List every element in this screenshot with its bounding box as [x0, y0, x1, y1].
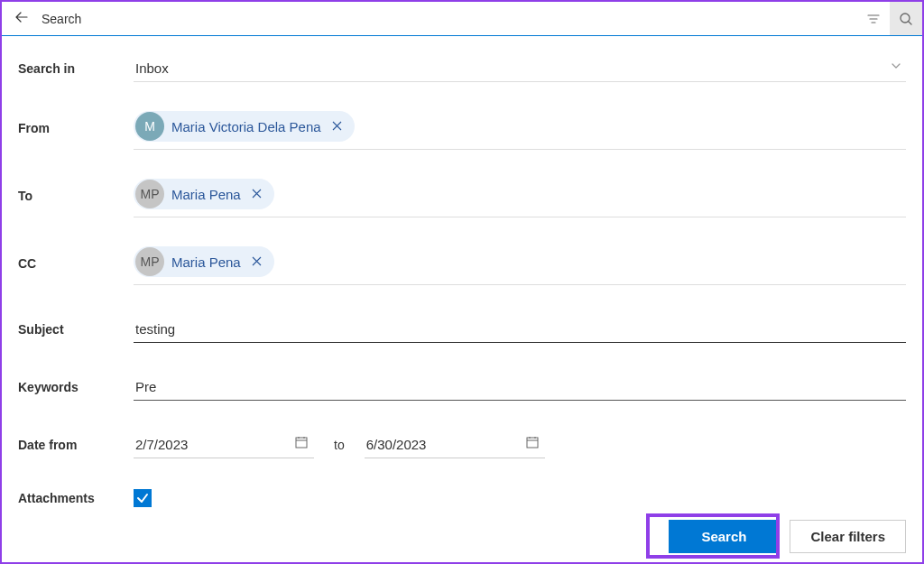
header-actions — [857, 2, 922, 35]
page-title: Search — [42, 12, 850, 26]
attachments-row: Attachments — [18, 489, 906, 507]
keywords-label: Keywords — [18, 380, 134, 394]
attachments-label: Attachments — [18, 491, 134, 505]
avatar: MP — [135, 247, 164, 276]
keywords-row: Keywords — [18, 374, 906, 401]
search-in-row: Search in Inbox — [18, 54, 906, 82]
to-row: To MP Maria Pena — [18, 173, 906, 217]
from-chip[interactable]: M Maria Victoria Dela Pena — [134, 111, 355, 142]
date-range: to — [134, 431, 545, 458]
subject-field — [134, 316, 906, 343]
remove-chip-icon[interactable] — [328, 118, 346, 135]
cc-row: CC MP Maria Pena — [18, 241, 906, 285]
from-row: From M Maria Victoria Dela Pena — [18, 106, 906, 150]
subject-row: Subject — [18, 316, 906, 343]
subject-input[interactable] — [134, 316, 906, 343]
back-arrow-icon[interactable] — [9, 6, 34, 32]
keywords-input[interactable] — [134, 374, 906, 401]
cc-label: CC — [18, 256, 134, 271]
search-in-label: Search in — [18, 61, 134, 76]
attachments-checkbox[interactable] — [134, 489, 152, 507]
keywords-field — [134, 374, 906, 401]
form-content: Search in Inbox From M Maria Victoria De… — [2, 36, 922, 507]
svg-point-0 — [901, 14, 910, 23]
calendar-icon[interactable] — [294, 435, 309, 453]
from-label: From — [18, 121, 134, 135]
date-row: Date from to — [18, 431, 906, 458]
calendar-icon[interactable] — [525, 435, 540, 453]
avatar: M — [135, 112, 164, 141]
cc-field[interactable]: MP Maria Pena — [134, 241, 906, 285]
chip-name: Maria Victoria Dela Pena — [171, 119, 321, 134]
svg-rect-1 — [296, 438, 307, 448]
from-field[interactable]: M Maria Victoria Dela Pena — [134, 106, 906, 150]
avatar: MP — [135, 180, 164, 208]
header-bar: Search — [2, 2, 922, 36]
date-start-input[interactable] — [134, 431, 314, 458]
to-label: To — [18, 189, 134, 203]
chip-name: Maria Pena — [171, 254, 241, 270]
clear-filters-button[interactable]: Clear filters — [790, 520, 906, 553]
date-to-label: to — [330, 438, 348, 452]
date-end-input[interactable] — [365, 431, 545, 458]
subject-label: Subject — [18, 322, 134, 337]
search-in-value: Inbox — [135, 60, 169, 76]
chip-name: Maria Pena — [171, 187, 241, 202]
filter-icon[interactable] — [857, 2, 890, 35]
search-in-field: Inbox — [134, 54, 906, 82]
date-from-label: Date from — [18, 438, 134, 452]
search-button[interactable]: Search — [669, 520, 779, 553]
svg-rect-2 — [527, 438, 538, 448]
cc-chip[interactable]: MP Maria Pena — [134, 246, 274, 277]
footer-actions: Search Clear filters — [669, 520, 906, 553]
to-chip[interactable]: MP Maria Pena — [134, 179, 274, 209]
remove-chip-icon[interactable] — [248, 186, 265, 203]
to-field[interactable]: MP Maria Pena — [134, 173, 906, 217]
chevron-down-icon — [890, 60, 902, 76]
remove-chip-icon[interactable] — [248, 254, 265, 271]
date-end-field — [365, 431, 545, 458]
search-icon[interactable] — [890, 2, 922, 35]
date-start-field — [134, 431, 314, 458]
search-in-dropdown[interactable]: Inbox — [134, 54, 906, 82]
